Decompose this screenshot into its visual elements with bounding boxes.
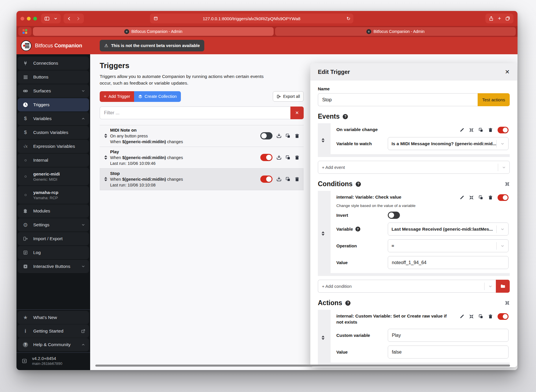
sidebar-item-connections[interactable]: Connections <box>18 57 89 70</box>
clone-icon[interactable] <box>478 195 483 200</box>
share-icon[interactable] <box>489 16 494 21</box>
condition-variable-select[interactable]: Last Message Received (generic-midi:last… <box>388 223 509 236</box>
sidebar-item-expression-variables[interactable]: √x Expression Variables <box>18 140 89 153</box>
page-settings-icon[interactable] <box>153 16 158 21</box>
clone-icon[interactable] <box>285 133 291 139</box>
connection-sublabel: Generic: MIDI <box>33 177 60 182</box>
custom-variable-input[interactable] <box>388 329 509 342</box>
test-actions-button[interactable]: Test actions <box>478 93 510 106</box>
trash-icon[interactable] <box>488 195 493 200</box>
back-icon[interactable] <box>67 16 72 21</box>
enable-toggle[interactable] <box>260 176 272 183</box>
trash-icon[interactable] <box>294 155 300 160</box>
clear-filter-button[interactable]: ✕ <box>290 107 304 119</box>
trigger-row-stop-selected[interactable]: Stop When $(generic-midi:midiIn) changes… <box>100 169 304 190</box>
connection-label: yamaha-rcp <box>33 190 58 195</box>
collapse-icon[interactable] <box>469 314 474 319</box>
trash-icon[interactable] <box>488 128 493 132</box>
sidebar-item-triggers[interactable]: Triggers <box>18 98 89 111</box>
sidebar-item-variables[interactable]: $ Variables <box>18 112 89 125</box>
add-event-button[interactable]: + Add event <box>318 161 510 174</box>
pencil-icon[interactable] <box>459 195 464 200</box>
sidebar-item-generic-midi[interactable]: generic-midi Generic: MIDI <box>18 167 89 185</box>
sidebar-item-getting-started[interactable]: i Getting Started <box>18 324 89 338</box>
action-value-input[interactable] <box>388 346 509 359</box>
clone-icon[interactable] <box>478 128 483 132</box>
sidebar-item-help-community[interactable]: ? Help & Community <box>18 338 89 351</box>
variable-label: Variable? <box>336 227 388 232</box>
pinned-tab[interactable] <box>18 27 31 36</box>
trigger-name-input[interactable] <box>318 93 478 106</box>
collapse-all-icon[interactable] <box>505 300 510 305</box>
drag-handle-icon[interactable] <box>101 134 110 138</box>
export-all-button[interactable]: Export all <box>273 91 304 102</box>
sidebar-item-log[interactable]: Log <box>18 246 89 259</box>
sidebar-item-import-export[interactable]: Import / Export <box>18 232 89 245</box>
trigger-row-play[interactable]: Play When $(generic-midi:midiIn) changes… <box>100 147 304 169</box>
dollar-icon: $ <box>18 116 33 122</box>
pencil-icon[interactable] <box>459 128 464 132</box>
tab-title: Bitfocus Companion - Admin <box>131 29 183 34</box>
tab-overview-icon[interactable] <box>505 16 510 21</box>
event-enable-toggle[interactable] <box>498 127 509 133</box>
trash-icon[interactable] <box>294 177 300 182</box>
sidebar-item-yamaha-rcp[interactable]: yamaha-rcp Yamaha: RCP <box>18 186 89 204</box>
forward-icon[interactable] <box>76 16 81 21</box>
drag-handle-icon[interactable] <box>101 177 110 181</box>
condition-enable-toggle[interactable] <box>498 194 509 201</box>
sidebar-item-label: Import / Export <box>33 236 63 241</box>
enable-toggle[interactable] <box>260 132 272 139</box>
drag-handle-icon[interactable] <box>322 335 324 340</box>
drag-handle-icon[interactable] <box>101 155 110 160</box>
sidebar-item-settings[interactable]: ⚙ Settings <box>18 218 89 232</box>
minimize-window-button[interactable] <box>27 17 31 20</box>
add-trigger-button[interactable]: + Add Trigger <box>100 91 134 102</box>
collapse-sidebar-icon[interactable] <box>16 358 32 364</box>
condition-value-input[interactable] <box>388 256 509 269</box>
horizontal-scrollbar[interactable] <box>95 365 510 367</box>
sidebar-item-surfaces[interactable]: Surfaces <box>18 84 89 98</box>
zoom-window-button[interactable] <box>33 17 37 20</box>
download-icon[interactable] <box>276 133 282 139</box>
trash-icon[interactable] <box>294 133 300 139</box>
drag-handle-icon[interactable] <box>322 231 324 236</box>
folder-icon <box>500 283 506 289</box>
close-window-button[interactable] <box>21 17 24 20</box>
sidebar-item-whats-new[interactable]: ★ What's New <box>18 311 89 324</box>
pencil-icon[interactable] <box>459 314 464 319</box>
invert-toggle[interactable] <box>388 212 400 219</box>
sidebar-item-custom-variables[interactable]: $ Custom Variables <box>18 126 89 139</box>
sidebar-item-buttons[interactable]: Buttons <box>18 70 89 84</box>
trigger-row-midi-note-on[interactable]: MIDI Note on On any button press When $(… <box>100 125 304 147</box>
drag-handle-icon[interactable] <box>322 138 324 142</box>
condition-group-button[interactable] <box>496 280 510 293</box>
download-icon[interactable] <box>276 155 282 160</box>
clone-icon[interactable] <box>478 314 483 319</box>
collapse-icon[interactable] <box>469 128 474 132</box>
download-icon[interactable] <box>276 176 282 182</box>
trash-icon[interactable] <box>488 314 493 319</box>
filter-input[interactable] <box>100 107 290 119</box>
close-icon[interactable]: ✕ <box>505 68 510 75</box>
address-bar[interactable]: 127.0.0.1:8000/triggers/alv2k0RiZpQNfs9O… <box>150 14 353 23</box>
reload-icon[interactable]: ↻ <box>346 16 350 21</box>
new-tab-icon[interactable]: + <box>498 15 501 22</box>
collapse-icon[interactable] <box>469 195 474 200</box>
create-collection-button[interactable]: Create Collection <box>134 91 181 102</box>
variable-to-watch-select[interactable]: Is a MIDI Message Incoming? (generic-mid… <box>388 137 509 150</box>
sidebar-item-modules[interactable]: Modules <box>18 204 89 218</box>
tab-companion-admin-active[interactable]: ≡ Bitfocus Companion - Admin <box>33 27 274 36</box>
toggle-sidebar-icon[interactable] <box>44 16 50 21</box>
action-enable-toggle[interactable] <box>498 313 509 320</box>
add-condition-button[interactable]: + Add condition <box>318 280 496 293</box>
sidebar-chevron-icon[interactable] <box>54 17 58 20</box>
sidebar-item-label: Expression Variables <box>33 144 75 149</box>
collapse-all-icon[interactable] <box>505 182 510 186</box>
tab-companion-admin-inactive[interactable]: ≡ Bitfocus Companion - Admin <box>275 27 516 36</box>
clone-icon[interactable] <box>285 177 291 182</box>
clone-icon[interactable] <box>285 155 291 160</box>
sidebar-item-internal[interactable]: Internal <box>18 154 89 167</box>
enable-toggle[interactable] <box>260 154 272 161</box>
sidebar-item-interactive-buttons[interactable]: Interactive Buttons <box>18 260 89 273</box>
operation-select[interactable]: = <box>388 239 509 252</box>
